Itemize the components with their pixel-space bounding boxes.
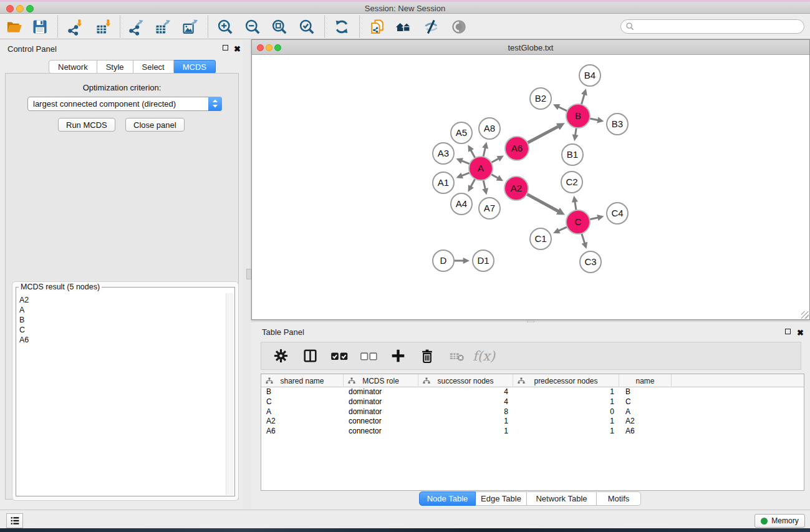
tab-select[interactable]: Select (133, 60, 174, 74)
float-panel-icon[interactable] (785, 329, 791, 334)
table-cell[interactable]: 4 (418, 387, 513, 397)
tab-network-table[interactable]: Network Table (527, 491, 597, 506)
clone-network-icon[interactable] (366, 16, 388, 38)
mcds-panel: Optimization criterion: largest connecte… (5, 73, 239, 500)
table-cell[interactable]: 8 (418, 407, 513, 417)
run-mcds-button[interactable]: Run MCDS (58, 118, 115, 132)
column-header-name[interactable]: name (619, 374, 672, 387)
mcds-result-card: MCDS result (5 nodes) A2ABCA6 (12, 281, 239, 501)
vertical-divider-handle[interactable] (246, 269, 251, 279)
refresh-view-icon[interactable] (330, 16, 353, 38)
select-all-checkboxes-icon[interactable] (329, 346, 350, 367)
tab-motifs[interactable]: Motifs (597, 491, 641, 506)
zoom-in-icon[interactable] (214, 16, 236, 38)
table-cell[interactable]: A6 (619, 427, 672, 437)
open-session-icon[interactable] (3, 16, 26, 38)
search-icon (625, 22, 635, 31)
close-panel-icon[interactable]: ✖ (234, 45, 241, 53)
close-panel-button[interactable]: Close panel (125, 118, 185, 132)
criterion-dropdown[interactable]: largest connected component (directed) (27, 97, 222, 111)
table-cell[interactable]: 1 (513, 427, 619, 437)
zoom-selected-icon[interactable] (296, 16, 318, 38)
export-network-icon[interactable] (125, 16, 147, 38)
table-cell[interactable]: A2 (261, 417, 344, 427)
mcds-result-item[interactable]: B (19, 315, 226, 325)
task-history-icon[interactable] (6, 513, 23, 528)
tab-edge-table[interactable]: Edge Table (476, 491, 527, 506)
settings-gear-icon[interactable] (270, 346, 291, 367)
table-row[interactable]: A6connector11A6 (261, 427, 804, 437)
search-input[interactable] (637, 22, 804, 31)
table-cell[interactable]: 1 (513, 397, 619, 407)
table-cell[interactable]: A (619, 407, 672, 417)
add-column-icon[interactable] (387, 346, 408, 367)
table-header-row: shared nameMCDS rolesuccessor nodesprede… (261, 374, 804, 387)
save-session-icon[interactable] (29, 16, 51, 38)
network-graph[interactable]: B4B2BB3B1A5A8A6A3AA1A2C2A4A7C4CC1C3DD1 (252, 56, 809, 319)
table-cell[interactable]: 1 (513, 387, 619, 397)
graph-arrowhead (482, 142, 488, 148)
delete-table-icon[interactable] (446, 346, 467, 367)
mcds-result-item[interactable]: C (19, 325, 226, 335)
home-icon[interactable] (392, 16, 415, 38)
tab-mcds[interactable]: MCDS (174, 60, 216, 74)
import-network-icon[interactable] (64, 16, 86, 38)
tab-network[interactable]: Network (49, 60, 97, 74)
function-builder-icon[interactable]: f(x) (473, 349, 495, 364)
export-table-icon[interactable] (152, 16, 174, 38)
table-cell[interactable]: A2 (619, 417, 672, 427)
network-window-titlebar[interactable]: testGlobe.txt (252, 40, 809, 55)
preview-eye-icon[interactable] (448, 16, 470, 38)
mcds-result-item[interactable]: A2 (19, 295, 226, 305)
desktop-wallpaper-bottom (0, 528, 810, 532)
mcds-result-list[interactable]: A2ABCA6 (17, 293, 226, 495)
table-cell[interactable]: 1 (513, 417, 619, 427)
delete-column-icon[interactable] (417, 346, 438, 367)
table-cell[interactable]: dominator (344, 387, 418, 397)
export-image-icon[interactable] (179, 16, 201, 38)
table-cell[interactable]: 0 (513, 407, 619, 417)
table-cell[interactable]: dominator (344, 407, 418, 417)
zoom-fit-icon[interactable] (268, 16, 291, 38)
resize-grip-icon[interactable] (801, 311, 809, 319)
table-cell[interactable]: A6 (261, 427, 344, 437)
search-box[interactable] (620, 19, 804, 34)
table-cell[interactable]: connector (344, 417, 418, 427)
node-table[interactable]: shared nameMCDS rolesuccessor nodesprede… (261, 374, 804, 491)
column-header-successor-nodes[interactable]: successor nodes (418, 374, 513, 387)
column-view-icon[interactable] (299, 346, 321, 367)
table-cell[interactable]: connector (344, 427, 418, 437)
float-panel-icon[interactable] (223, 45, 228, 51)
table-cell[interactable]: 1 (418, 427, 513, 437)
column-header-MCDS-role[interactable]: MCDS role (344, 374, 418, 387)
table-cell[interactable]: B (261, 387, 344, 397)
graph-edge-A2-C[interactable] (526, 193, 559, 211)
tab-node-table[interactable]: Node Table (419, 491, 476, 506)
column-header-predecessor-nodes[interactable]: predecessor nodes (513, 374, 619, 387)
mcds-result-item[interactable]: A (19, 305, 226, 315)
column-header-shared-name[interactable]: shared name (261, 374, 344, 387)
table-cell[interactable]: 1 (418, 417, 513, 427)
table-cell[interactable]: 4 (418, 397, 513, 407)
table-cell[interactable]: C (619, 397, 672, 407)
table-cell[interactable]: A (261, 407, 344, 417)
network-canvas[interactable]: B4B2BB3B1A5A8A6A3AA1A2C2A4A7C4CC1C3DD1 (252, 56, 809, 319)
table-row[interactable]: Adominator80A (261, 407, 804, 417)
zoom-out-icon[interactable] (241, 16, 264, 38)
hide-graphics-details-icon[interactable] (420, 16, 442, 38)
mcds-result-scrollbar[interactable] (226, 293, 234, 495)
table-cell[interactable]: C (261, 397, 344, 407)
close-panel-icon[interactable]: ✖ (797, 329, 804, 337)
deselect-all-checkboxes-icon[interactable] (358, 346, 379, 367)
table-cell[interactable]: B (619, 387, 672, 397)
table-row[interactable]: Cdominator41C (261, 397, 804, 407)
tab-style[interactable]: Style (97, 60, 133, 74)
graph-edge-A6-B[interactable] (526, 127, 559, 143)
table-cell[interactable]: dominator (344, 397, 418, 407)
table-row[interactable]: Bdominator41B (261, 387, 804, 397)
main-titlebar[interactable]: Session: New Session (0, 2, 810, 14)
table-row[interactable]: A2connector11A2 (261, 417, 804, 427)
import-table-icon[interactable] (92, 16, 115, 38)
memory-button[interactable]: Memory (755, 514, 805, 528)
mcds-result-item[interactable]: A6 (19, 335, 226, 345)
